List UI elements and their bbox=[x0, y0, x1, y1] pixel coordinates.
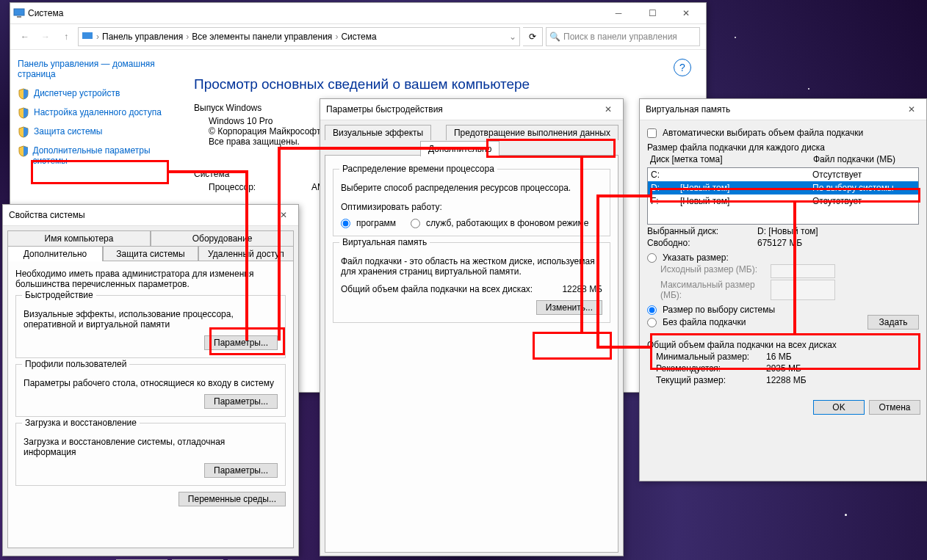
window-title: Система bbox=[25, 8, 602, 18]
back-button[interactable]: ← bbox=[16, 28, 34, 46]
tab-hardware[interactable]: Оборудование bbox=[151, 230, 294, 246]
scheduling-group: Распределение времени процессора Выберит… bbox=[333, 169, 610, 236]
computer-icon bbox=[82, 31, 93, 43]
virtual-memory-group: Виртуальная память Файл подкачки - это о… bbox=[333, 242, 610, 323]
radio-custom-size[interactable]: Указать размер: bbox=[647, 252, 919, 263]
performance-settings-button[interactable]: Параметры... bbox=[204, 335, 278, 350]
disk-list-header: Диск [метка тома]Файл подкачки (МБ) bbox=[647, 153, 919, 166]
tabs: Визуальные эффекты Дополнительно Предотв… bbox=[325, 125, 618, 140]
env-vars-button[interactable]: Переменные среды... bbox=[178, 492, 286, 506]
tabs-row1: Имя компьютера Оборудование bbox=[7, 230, 294, 246]
tab-advanced[interactable]: Дополнительно bbox=[420, 141, 499, 156]
cancel-button[interactable]: Отмена bbox=[869, 400, 920, 415]
shield-icon bbox=[18, 126, 29, 138]
chevron-down-icon[interactable]: ⌄ bbox=[509, 32, 516, 42]
shield-icon bbox=[18, 145, 28, 157]
titlebar: Виртуальная память ✕ bbox=[640, 99, 926, 120]
close-button[interactable]: ✕ bbox=[272, 205, 295, 225]
sidebar-item-advanced[interactable]: Дополнительные параметры системы bbox=[18, 145, 172, 166]
change-button[interactable]: Изменить... bbox=[536, 300, 602, 315]
sidebar-item-remote[interactable]: Настройка удаленного доступа bbox=[18, 107, 172, 119]
radio-programs[interactable]: программ bbox=[341, 218, 396, 228]
sidebar-item-device-manager[interactable]: Диспетчер устройств bbox=[18, 88, 172, 100]
tabs-row2: Дополнительно Защита системы Удаленный д… bbox=[7, 246, 294, 261]
profiles-settings-button[interactable]: Параметры... bbox=[204, 394, 278, 409]
disk-list[interactable]: C:Отсутствует D:[Новый том]По выбору сис… bbox=[647, 167, 919, 225]
tab-computer-name[interactable]: Имя компьютера bbox=[7, 230, 151, 246]
tab-dep[interactable]: Предотвращение выполнения данных bbox=[446, 125, 618, 140]
control-panel-home-link[interactable]: Панель управления — домашняя страница bbox=[18, 59, 172, 79]
svg-rect-0 bbox=[14, 9, 24, 15]
disk-row[interactable]: C:Отсутствует bbox=[648, 168, 918, 181]
virtual-memory-dialog: Виртуальная память ✕ Автоматически выбир… bbox=[639, 98, 927, 481]
tab-protection[interactable]: Защита системы bbox=[103, 246, 198, 261]
max-size-input bbox=[771, 280, 835, 300]
sidebar: Панель управления — домашняя страница Ди… bbox=[10, 50, 179, 201]
performance-options-dialog: Параметры быстродействия ✕ Визуальные эф… bbox=[320, 98, 624, 556]
breadcrumb[interactable]: ›Панель управления ›Все элементы панели … bbox=[78, 27, 520, 46]
performance-group: Быстродействие Визуальные эффекты, испол… bbox=[15, 295, 286, 358]
refresh-button[interactable]: ⟳ bbox=[523, 27, 543, 46]
up-button[interactable]: ↑ bbox=[57, 28, 75, 46]
tab-visual-effects[interactable]: Визуальные эффекты bbox=[325, 125, 431, 140]
minimize-button[interactable]: ─ bbox=[602, 3, 635, 23]
close-button[interactable]: ✕ bbox=[669, 3, 703, 23]
shield-icon bbox=[18, 107, 29, 119]
svg-rect-2 bbox=[82, 32, 93, 39]
toolbar: ← → ↑ ›Панель управления ›Все элементы п… bbox=[10, 24, 706, 50]
profiles-group: Профили пользователей Параметры рабочего… bbox=[15, 364, 286, 417]
close-button[interactable]: ✕ bbox=[596, 99, 620, 120]
boot-settings-button[interactable]: Параметры... bbox=[204, 463, 278, 478]
disk-row[interactable]: D:[Новый том]По выбору системы bbox=[648, 181, 918, 194]
initial-size-input bbox=[771, 264, 835, 278]
help-icon[interactable]: ? bbox=[674, 59, 691, 76]
search-input[interactable]: 🔍 Поиск в панели управления bbox=[546, 27, 700, 46]
radio-no-paging[interactable]: Без файла подкачки bbox=[647, 317, 868, 327]
close-button[interactable]: ✕ bbox=[900, 99, 923, 120]
sidebar-item-protection[interactable]: Защита системы bbox=[18, 126, 172, 138]
forward-button[interactable]: → bbox=[37, 28, 54, 46]
titlebar: Параметры быстродействия ✕ bbox=[320, 99, 623, 120]
svg-rect-1 bbox=[17, 16, 21, 18]
tab-advanced[interactable]: Дополнительно bbox=[7, 246, 103, 261]
system-properties-dialog: Свойства системы ✕ Имя компьютера Оборуд… bbox=[2, 204, 299, 556]
titlebar: Система ─ ☐ ✕ bbox=[10, 3, 706, 24]
page-title: Просмотр основных сведений о вашем компь… bbox=[194, 76, 691, 92]
search-icon: 🔍 bbox=[549, 32, 560, 42]
shield-icon bbox=[18, 88, 29, 100]
intro-text: Необходимо иметь права администратора дл… bbox=[15, 269, 286, 289]
titlebar: Свойства системы ✕ bbox=[3, 205, 298, 226]
set-button[interactable]: Задать bbox=[868, 315, 919, 330]
maximize-button[interactable]: ☐ bbox=[635, 3, 669, 23]
disk-row[interactable]: F:[Новый том]Отсутствует bbox=[648, 194, 918, 208]
tab-remote[interactable]: Удаленный доступ bbox=[198, 246, 294, 261]
boot-group: Загрузка и восстановление Загрузка и вос… bbox=[15, 423, 286, 486]
ok-button[interactable]: OK bbox=[813, 400, 865, 415]
computer-icon bbox=[13, 7, 25, 19]
radio-system-managed[interactable]: Размер по выбору системы bbox=[647, 305, 919, 315]
radio-services[interactable]: служб, работающих в фоновом режиме bbox=[411, 218, 588, 228]
auto-manage-checkbox[interactable]: Автоматически выбирать объем файла подка… bbox=[647, 128, 919, 138]
